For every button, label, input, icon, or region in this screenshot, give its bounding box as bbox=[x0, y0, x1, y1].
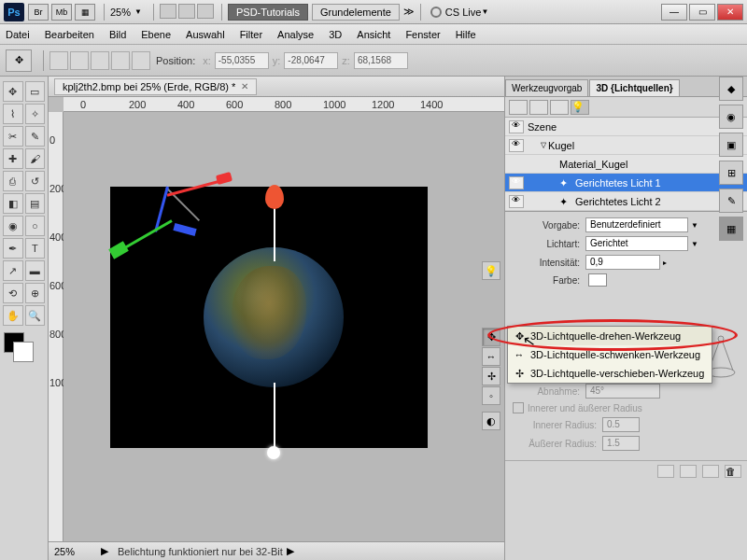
side-icon-3[interactable]: ▣ bbox=[719, 133, 743, 157]
3d-mode-icon-5[interactable] bbox=[132, 51, 150, 70]
filter-light-icon[interactable]: 💡 bbox=[571, 100, 589, 115]
side-icon-1[interactable]: ◆ bbox=[719, 77, 743, 101]
workspace-psdtutorials[interactable]: PSD-Tutorials bbox=[228, 4, 308, 21]
background-color[interactable] bbox=[13, 342, 34, 362]
type-tool[interactable]: T bbox=[25, 238, 46, 259]
3d-mode-icon-3[interactable] bbox=[91, 51, 109, 70]
3d-mode-icon-4[interactable] bbox=[111, 51, 130, 70]
earth-sphere[interactable] bbox=[204, 247, 344, 387]
flyout-item-move[interactable]: ✢3D-Lichtquelle-verschieben-Werkzeug bbox=[508, 364, 712, 383]
light-tool-toggle[interactable]: 💡 bbox=[482, 261, 500, 280]
side-icon-6[interactable]: ▦ bbox=[719, 217, 743, 241]
lighttype-dropdown[interactable]: Gerichtet bbox=[585, 236, 688, 251]
close-button[interactable]: ✕ bbox=[717, 4, 743, 21]
filter-mesh-icon[interactable] bbox=[529, 100, 548, 115]
scene-row-selected[interactable]: ✦Gerichtetes Licht 1 bbox=[505, 174, 747, 192]
3d-mode-icon-1[interactable] bbox=[49, 51, 68, 70]
preset-dropdown[interactable]: Benutzerdefiniert bbox=[585, 217, 688, 232]
dodge-tool[interactable]: ○ bbox=[25, 216, 46, 236]
scene-row[interactable]: Material_Kugel bbox=[505, 155, 747, 174]
blur-tool[interactable]: ◉ bbox=[3, 216, 23, 236]
menu-analyse[interactable]: Analyse bbox=[277, 29, 314, 40]
light-pan-tool[interactable]: ↔ bbox=[482, 347, 500, 366]
y-value[interactable]: -28,0647 bbox=[284, 52, 338, 69]
close-tab-icon[interactable]: ✕ bbox=[241, 81, 248, 91]
panel-tab-werkzeugvorgaben[interactable]: Werkzeugvorgab bbox=[505, 79, 588, 96]
3d-gizmo[interactable] bbox=[110, 159, 222, 271]
3d-orbit-tool[interactable]: ⊕ bbox=[25, 283, 46, 303]
color-swatch[interactable] bbox=[588, 273, 607, 287]
delete-icon[interactable]: 🗑 bbox=[725, 465, 741, 478]
3d-mode-icon-2[interactable] bbox=[70, 51, 89, 70]
flyout-item-pan[interactable]: ↔3D-Lichtquelle-schwenken-Werkzeug bbox=[508, 345, 712, 364]
filter-scene-icon[interactable] bbox=[509, 100, 528, 115]
brush-tool[interactable]: 🖌 bbox=[25, 148, 46, 169]
document-tab[interactable]: kplj2th2.bmp bei 25% (Erde, RGB/8) * ✕ bbox=[54, 78, 257, 95]
bridge-button[interactable]: Br bbox=[28, 4, 49, 21]
light-marker-selected[interactable] bbox=[265, 185, 284, 209]
menu-ebene[interactable]: Ebene bbox=[141, 29, 171, 40]
marquee-tool[interactable]: ▭ bbox=[25, 81, 46, 102]
arrange-button[interactable]: ▦ bbox=[75, 4, 95, 21]
scene-row[interactable]: Szene bbox=[505, 118, 747, 136]
minibridge-button[interactable]: Mb bbox=[51, 4, 72, 21]
menu-bild[interactable]: Bild bbox=[109, 29, 126, 40]
panel-tab-3d-lichtquellen[interactable]: 3D {Lichtquellen} bbox=[589, 79, 679, 96]
shape-tool[interactable]: ▬ bbox=[25, 260, 46, 281]
light-rotate-tool[interactable]: ✥ bbox=[482, 328, 500, 346]
move-tool[interactable]: ✥ bbox=[3, 81, 23, 102]
z-value[interactable]: 68,1568 bbox=[354, 52, 408, 69]
status-play-icon[interactable]: ▶ bbox=[101, 545, 108, 557]
menu-filter[interactable]: Filter bbox=[240, 29, 262, 40]
footer-icon-2[interactable] bbox=[680, 465, 697, 478]
3d-rotate-tool[interactable]: ⟲ bbox=[3, 283, 23, 303]
lasso-tool[interactable]: ⌇ bbox=[3, 104, 23, 124]
visibility-icon[interactable] bbox=[509, 195, 524, 208]
current-tool-icon[interactable]: ✥ bbox=[6, 49, 32, 72]
stamp-tool[interactable]: ⎙ bbox=[3, 171, 23, 191]
visibility-icon[interactable] bbox=[509, 120, 524, 133]
visibility-icon[interactable] bbox=[509, 176, 524, 189]
zoom-dropdown-icon[interactable]: ▼ bbox=[134, 7, 142, 16]
status-arrow-icon[interactable]: ▶ bbox=[287, 545, 294, 557]
intensity-input[interactable]: 0,9 bbox=[585, 255, 660, 270]
eraser-tool[interactable]: ◧ bbox=[3, 193, 23, 214]
side-icon-4[interactable]: ⊞ bbox=[719, 161, 743, 185]
scene-row[interactable]: ▽Kugel bbox=[505, 136, 747, 155]
visibility-icon[interactable] bbox=[509, 139, 524, 152]
pen-tool[interactable]: ✒ bbox=[3, 238, 23, 259]
side-icon-2[interactable]: ◉ bbox=[719, 105, 743, 129]
heal-tool[interactable]: ✚ bbox=[3, 148, 23, 169]
maximize-button[interactable]: ▭ bbox=[689, 4, 715, 21]
menu-3d[interactable]: 3D bbox=[329, 29, 342, 40]
flyout-item-rotate[interactable]: ✥3D-Lichtquelle-drehen-Werkzeug bbox=[508, 327, 712, 345]
cslive-button[interactable]: CS Live ▼ bbox=[430, 7, 494, 18]
menu-auswahl[interactable]: Auswahl bbox=[186, 29, 225, 40]
light-marker-bottom[interactable] bbox=[267, 446, 280, 459]
minimize-button[interactable]: — bbox=[661, 4, 687, 21]
menu-fenster[interactable]: Fenster bbox=[405, 29, 440, 40]
workspace-grundelemente[interactable]: Grundelemente bbox=[312, 4, 400, 21]
eyedropper-tool[interactable]: ✎ bbox=[25, 126, 46, 147]
wand-tool[interactable]: ✧ bbox=[25, 104, 46, 124]
x-value[interactable]: -55,0355 bbox=[215, 52, 269, 69]
workspace-more-icon[interactable]: ≫ bbox=[403, 6, 415, 18]
light-shadow-tool[interactable]: ◐ bbox=[482, 412, 500, 430]
scene-row[interactable]: ✦Gerichtetes Licht 2 bbox=[505, 192, 747, 211]
zoom-tool[interactable]: 🔍 bbox=[25, 305, 46, 326]
color-swatches[interactable] bbox=[2, 332, 39, 370]
history-brush-tool[interactable]: ↺ bbox=[25, 171, 46, 191]
hand-tool[interactable]: ✋ bbox=[3, 305, 23, 326]
crop-tool[interactable]: ✂ bbox=[3, 126, 23, 147]
menu-ansicht[interactable]: Ansicht bbox=[357, 29, 390, 40]
zoom-level[interactable]: 25% bbox=[110, 7, 131, 18]
light-point-tool[interactable]: ◦ bbox=[482, 386, 500, 405]
new-light-icon[interactable] bbox=[702, 465, 719, 478]
gradient-tool[interactable]: ▤ bbox=[25, 193, 46, 214]
canvas[interactable] bbox=[63, 112, 504, 541]
menu-datei[interactable]: Datei bbox=[6, 29, 30, 40]
filter-material-icon[interactable] bbox=[550, 100, 569, 115]
menu-bearbeiten[interactable]: Bearbeiten bbox=[45, 29, 94, 40]
menu-hilfe[interactable]: Hilfe bbox=[456, 29, 476, 40]
view-icons[interactable] bbox=[160, 4, 216, 21]
